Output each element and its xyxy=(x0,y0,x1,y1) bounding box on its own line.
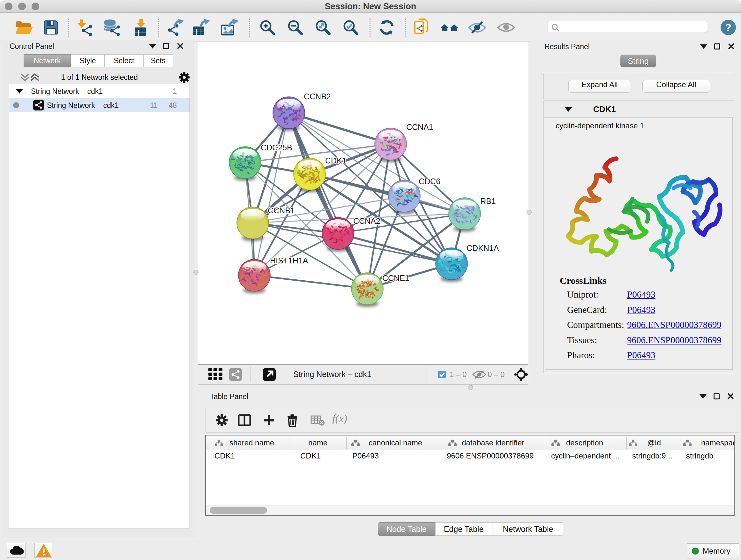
svg-text:CCNB2: CCNB2 xyxy=(304,92,331,101)
svg-text:CDK1: CDK1 xyxy=(325,156,347,165)
svg-text:RB1: RB1 xyxy=(480,197,496,206)
svg-text:CDC25B: CDC25B xyxy=(261,143,292,152)
svg-text:?: ? xyxy=(725,22,731,33)
svg-text:CCNB1: CCNB1 xyxy=(268,206,295,215)
svg-text:CDC6: CDC6 xyxy=(419,177,441,186)
svg-text:CDKN1A: CDKN1A xyxy=(467,244,499,253)
svg-text:CCNA2: CCNA2 xyxy=(353,216,381,226)
svg-text:CCNE1: CCNE1 xyxy=(382,273,409,283)
svg-text:HIST1H1A: HIST1H1A xyxy=(270,256,308,265)
svg-text:CCNA1: CCNA1 xyxy=(406,123,433,132)
